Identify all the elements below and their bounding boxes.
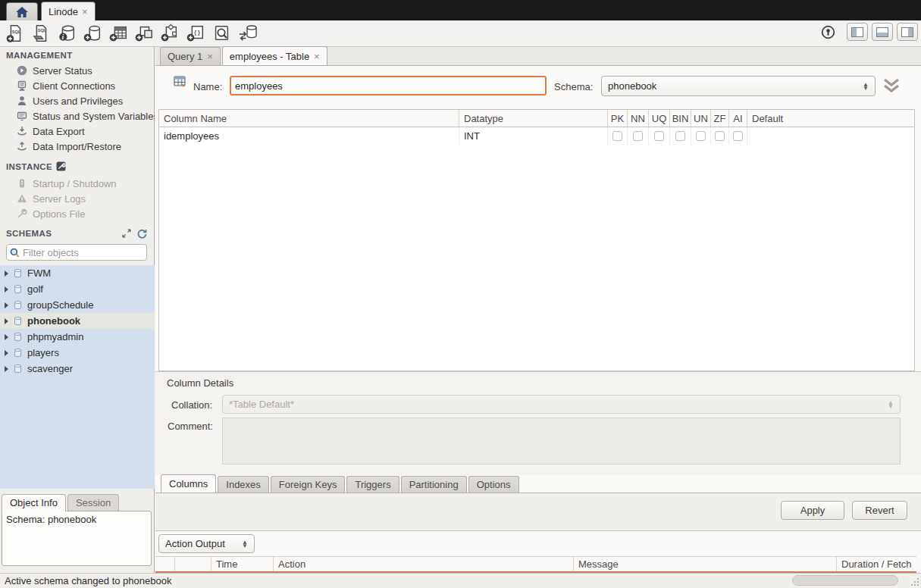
output-header-message[interactable]: Message (574, 557, 837, 571)
expand-arrow-icon[interactable] (5, 286, 8, 292)
horizontal-scrollbar-thumb[interactable] (792, 575, 898, 586)
create-procedure-icon[interactable] (159, 23, 180, 44)
header-column-name[interactable]: Column Name (159, 110, 459, 127)
tab-session[interactable]: Session (67, 494, 119, 511)
header-ai[interactable]: AI (729, 110, 747, 127)
uq-checkbox[interactable] (654, 131, 664, 141)
schema-item-groupschedule[interactable]: groupSchedule (0, 297, 155, 313)
column-details-panel: Column Details Collation: *Table Default… (155, 371, 921, 475)
tab-partitioning[interactable]: Partitioning (401, 476, 467, 493)
schema-filter-input[interactable] (23, 247, 156, 258)
table-row[interactable]: idemployees INT (159, 127, 914, 145)
schema-filter-box (6, 244, 147, 261)
schema-item-phonebook[interactable]: phonebook (0, 313, 155, 329)
comment-textarea[interactable] (222, 418, 901, 464)
sidebar-item-client-connections[interactable]: Client Connections (0, 78, 155, 93)
sidebar-item-startup-shutdown[interactable]: Startup / Shutdown (0, 176, 155, 191)
tab-employees-table[interactable]: employees - Table × (222, 46, 327, 65)
schema-item-fwm[interactable]: FWM (0, 265, 155, 281)
expand-arrow-icon[interactable] (5, 271, 8, 277)
expand-arrow-icon[interactable] (5, 334, 8, 340)
close-tab-icon[interactable]: × (82, 6, 88, 17)
table-name-input[interactable] (230, 76, 547, 95)
tab-options[interactable]: Options (468, 476, 519, 493)
expand-arrow-icon[interactable] (5, 302, 8, 308)
sidebar-item-data-export[interactable]: Data Export (0, 124, 155, 139)
expand-options-icon[interactable] (882, 77, 901, 95)
sidebar-item-server-status[interactable]: Server Status (0, 63, 155, 78)
sidebar-item-data-import[interactable]: Data Import/Restore (0, 139, 155, 154)
tab-columns[interactable]: Columns (161, 474, 216, 493)
schema-item-scavenger[interactable]: scavenger (0, 361, 155, 377)
ai-checkbox[interactable] (733, 131, 743, 141)
options-file-icon (17, 208, 27, 219)
header-zf[interactable]: ZF (711, 110, 729, 127)
tab-triggers[interactable]: Triggers (346, 476, 399, 493)
editor-subtabs: Columns Indexes Foreign Keys Triggers Pa… (155, 475, 921, 493)
expand-arrow-icon[interactable] (5, 350, 8, 356)
open-sql-script-icon[interactable]: SQL (30, 23, 51, 44)
expand-schemas-icon[interactable] (122, 229, 131, 239)
schema-select[interactable]: phonebook ▲▼ (601, 76, 876, 96)
close-tab-icon[interactable]: × (207, 51, 213, 62)
output-header-action[interactable]: Action (274, 557, 574, 571)
header-uq[interactable]: UQ (649, 110, 670, 127)
pk-checkbox[interactable] (612, 131, 622, 141)
create-view-icon[interactable] (133, 23, 154, 44)
schema-item-players[interactable]: players (0, 345, 155, 361)
zf-checkbox[interactable] (715, 131, 725, 141)
create-schema-icon[interactable] (82, 23, 102, 44)
svg-text:SQL: SQL (37, 28, 46, 33)
close-tab-icon[interactable]: × (314, 51, 320, 62)
output-selector-value: Action Output (165, 538, 225, 549)
sidebar-item-options-file[interactable]: Options File (0, 206, 155, 221)
data-export-icon (17, 126, 27, 136)
stepper-arrows-icon: ▲▼ (863, 83, 869, 90)
sidebar-item-server-logs[interactable]: Server Logs (0, 191, 155, 206)
create-table-icon[interactable] (108, 23, 128, 44)
search-data-icon[interactable] (211, 23, 231, 44)
toggle-secondary-sidebar-button[interactable] (897, 23, 918, 41)
tab-object-info[interactable]: Object Info (2, 494, 66, 511)
nn-checkbox[interactable] (633, 131, 643, 141)
create-function-icon[interactable]: { } (185, 23, 205, 44)
schema-item-phpmyadmin[interactable]: phpmyadmin (0, 329, 155, 345)
columns-grid: Column Name Datatype PK NN UQ BIN UN ZF … (158, 109, 915, 371)
tab-query-1[interactable]: Query 1 × (160, 47, 221, 65)
header-nn[interactable]: NN (628, 110, 649, 127)
header-default[interactable]: Default (747, 110, 914, 127)
db-inspect-icon[interactable]: i (56, 23, 77, 44)
output-header-time[interactable]: Time (211, 557, 274, 571)
collation-select[interactable]: *Table Default* ▲▼ (222, 395, 901, 414)
tab-indexes[interactable]: Indexes (218, 476, 269, 493)
expand-arrow-icon[interactable] (5, 318, 8, 324)
cell-default[interactable] (747, 127, 914, 145)
connection-security-icon[interactable] (819, 23, 837, 41)
tab-foreign-keys[interactable]: Foreign Keys (271, 476, 346, 493)
sidebar-item-status-system-variables[interactable]: Status and System Variables (0, 108, 155, 124)
header-pk[interactable]: PK (608, 110, 628, 127)
toggle-sidebar-button[interactable] (847, 23, 868, 41)
cell-column-name[interactable]: idemployees (159, 127, 459, 145)
cell-datatype[interactable]: INT (459, 127, 608, 145)
schema-label: Schema: (554, 81, 593, 92)
sidebar-item-users-privileges[interactable]: Users and Privileges (0, 93, 155, 108)
bin-checkbox[interactable] (675, 131, 685, 141)
output-header-duration[interactable]: Duration / Fetch (837, 557, 916, 571)
output-selector[interactable]: Action Output ▲▼ (158, 534, 255, 553)
header-datatype[interactable]: Datatype (459, 110, 608, 127)
header-bin[interactable]: BIN (670, 110, 691, 127)
revert-button[interactable]: Revert (852, 501, 907, 520)
toggle-output-panel-button[interactable] (872, 23, 893, 41)
expand-arrow-icon[interactable] (5, 366, 8, 372)
header-un[interactable]: UN (691, 110, 711, 127)
schema-item-golf[interactable]: golf (0, 281, 155, 297)
connection-tab[interactable]: Linode × (41, 2, 96, 20)
reconnect-db-icon[interactable] (237, 23, 257, 44)
new-query-tab-icon[interactable]: SQL (5, 23, 25, 44)
home-tab[interactable] (6, 2, 38, 20)
apply-button[interactable]: Apply (781, 501, 844, 520)
un-checkbox[interactable] (696, 131, 706, 141)
refresh-schemas-icon[interactable] (137, 229, 147, 239)
resize-grip[interactable] (910, 577, 919, 586)
